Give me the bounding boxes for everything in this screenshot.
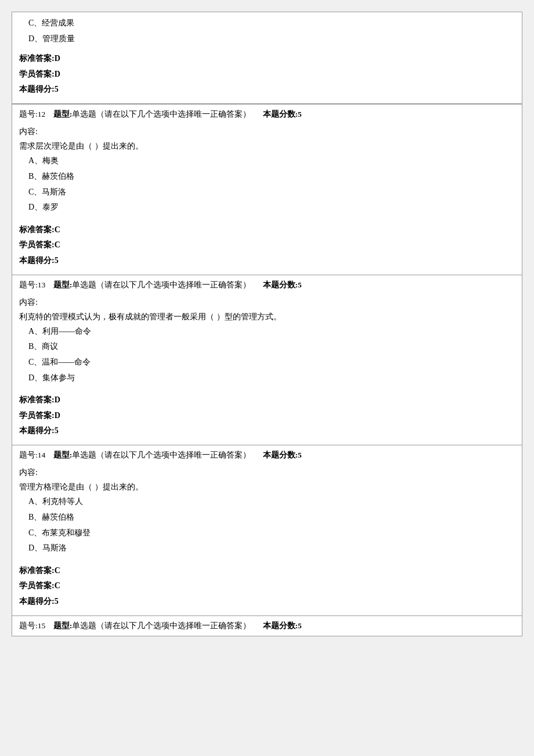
q12-option-c: C、马斯洛 [19,185,515,200]
question-answers-13: 标准答案:D 学员答案:D 本题得分:5 [12,389,522,445]
question-answers-12: 标准答案:C 学员答案:C 本题得分:5 [12,219,522,275]
question-type-label-14: 题型: [53,451,73,459]
partial-stu-answer: 学员答案:D [19,67,515,82]
question-type-value-15: 单选题（请在以下几个选项中选择唯一正确答案） [72,621,251,630]
q13-option-d: D、集体参与 [19,370,515,386]
q14-score: 本题得分:5 [19,594,515,610]
q14-option-a: A、利克特等人 [19,494,515,510]
content-label-13: 内容: [19,295,515,309]
question-num-14: 题号:14 [19,451,45,459]
content-text-14: 管理方格理论是由（ ）提出来的。 [19,480,515,494]
question-block-14: 题号:14 题型:单选题（请在以下几个选项中选择唯一正确答案） 本题分数:5 内… [12,445,522,616]
q12-std-answer: 标准答案:C [19,222,515,238]
question-block-15: 题号:15 题型:单选题（请在以下几个选项中选择唯一正确答案） 本题分数:5 [12,616,522,636]
question-header-12: 题号:12 题型:单选题（请在以下几个选项中选择唯一正确答案） 本题分数:5 [12,105,522,122]
question-block-13: 题号:13 题型:单选题（请在以下几个选项中选择唯一正确答案） 本题分数:5 内… [12,275,522,446]
question-type-value-13: 单选题（请在以下几个选项中选择唯一正确答案） [72,280,251,289]
q13-score: 本题得分:5 [19,423,515,439]
q14-option-d: D、马斯洛 [19,541,515,556]
question-answers-14: 标准答案:C 学员答案:C 本题得分:5 [12,560,522,615]
question-type-label-12: 题型: [53,110,73,118]
q13-option-c: C、温和——命令 [19,355,515,370]
content-label-12: 内容: [19,124,515,139]
question-type-value-12: 单选题（请在以下几个选项中选择唯一正确答案） [72,110,251,118]
question-content-12: 内容: 需求层次理论是由（ ）提出来的。 A、梅奥 B、赫茨伯格 C、马斯洛 D… [12,122,522,219]
partial-option-d: D、管理质量 [19,31,515,47]
q14-option-b: B、赫茨伯格 [19,510,515,525]
q13-option-b: B、商议 [19,339,515,355]
q13-std-answer: 标准答案:D [19,393,515,408]
partial-std-answer: 标准答案:D [19,51,515,67]
content-text-13: 利克特的管理模式认为，极有成就的管理者一般采用（ ）型的管理方式。 [19,309,515,324]
q12-option-b: B、赫茨伯格 [19,169,515,185]
question-header-14: 题号:14 题型:单选题（请在以下几个选项中选择唯一正确答案） 本题分数:5 [12,445,522,463]
question-header-15: 题号:15 题型:单选题（请在以下几个选项中选择唯一正确答案） 本题分数:5 [12,616,522,636]
content-text-12: 需求层次理论是由（ ）提出来的。 [19,139,515,153]
question-block-12: 题号:12 题型:单选题（请在以下几个选项中选择唯一正确答案） 本题分数:5 内… [12,104,522,275]
q12-stu-answer: 学员答案:C [19,237,515,253]
question-content-14: 内容: 管理方格理论是由（ ）提出来的。 A、利克特等人 B、赫茨伯格 C、布莱… [12,463,522,560]
content-label-14: 内容: [19,465,515,480]
partial-option-c: C、经营成果 [19,16,515,31]
q12-option-a: A、梅奥 [19,153,515,169]
question-type-label-13: 题型: [53,280,73,289]
question-score-12: 本题分数:5 [263,110,302,118]
question-num-12: 题号:12 [19,110,45,118]
question-score-13: 本题分数:5 [263,280,302,289]
q14-std-answer: 标准答案:C [19,563,515,579]
partial-question-block: C、经营成果 D、管理质量 标准答案:D 学员答案:D 本题得分:5 [12,12,522,104]
q14-option-c: C、布莱克和穆登 [19,525,515,541]
question-content-13: 内容: 利克特的管理模式认为，极有成就的管理者一般采用（ ）型的管理方式。 A、… [12,293,522,390]
question-header-13: 题号:13 题型:单选题（请在以下几个选项中选择唯一正确答案） 本题分数:5 [12,275,522,293]
question-type-value-14: 单选题（请在以下几个选项中选择唯一正确答案） [72,451,251,459]
q12-score: 本题得分:5 [19,253,515,269]
question-type-label-15: 题型: [53,621,73,630]
q12-option-d: D、泰罗 [19,200,515,215]
question-score-14: 本题分数:5 [263,451,302,459]
q13-stu-answer: 学员答案:D [19,408,515,424]
question-num-15: 题号:15 [19,621,45,630]
q14-stu-answer: 学员答案:C [19,578,515,594]
partial-score: 本题得分:5 [19,82,515,98]
q13-option-a: A、利用——命令 [19,324,515,340]
question-score-15: 本题分数:5 [263,621,302,630]
question-num-13: 题号:13 [19,280,45,289]
